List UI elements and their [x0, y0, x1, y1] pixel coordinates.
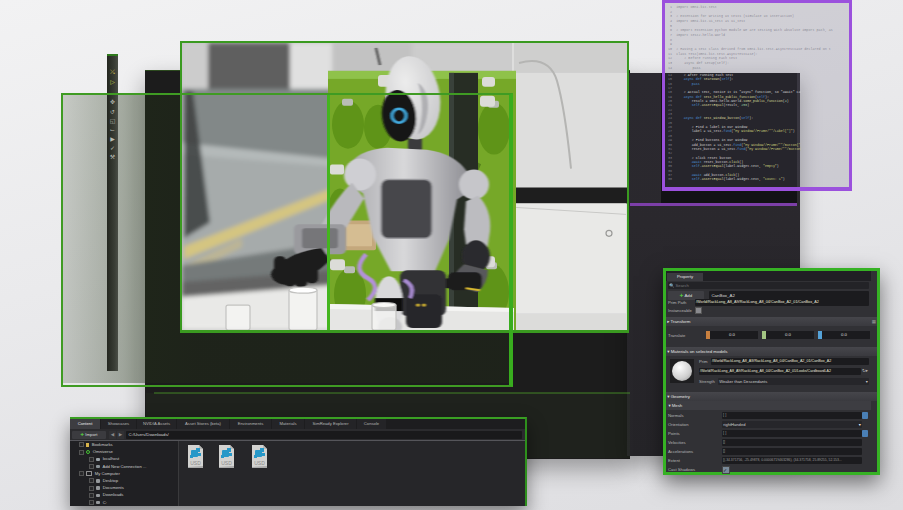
svg-text:USD: USD	[190, 460, 201, 466]
